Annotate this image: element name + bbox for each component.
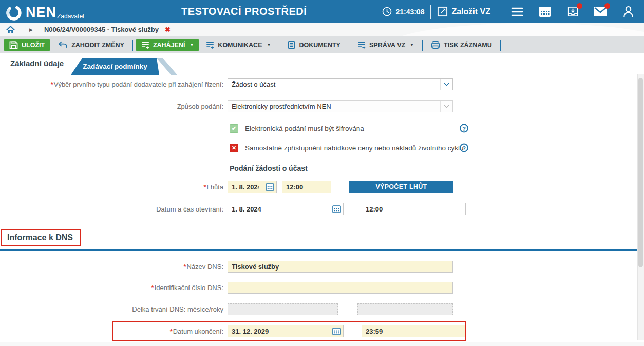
dns-duration-years-input <box>357 303 453 315</box>
mail-notification-badge <box>604 3 610 9</box>
clock-icon <box>382 7 392 16</box>
dns-section-header-highlight: Informace k DNS <box>1 229 81 246</box>
save-button[interactable]: ULOŽIT <box>4 39 50 51</box>
inbox-notification-badge <box>577 3 582 9</box>
required-asterisk: * <box>170 328 173 335</box>
basic-settings-form: *Výběr prvního typu podání dodavatele př… <box>0 75 644 224</box>
opening-datetime-label: Datum a čas otevírání: <box>0 205 225 213</box>
start-label: ZAHÁJENÍ <box>153 42 185 49</box>
tab-zakladni-udaje[interactable]: Základní údaje <box>10 59 64 68</box>
deadline-date-input[interactable] <box>228 183 263 191</box>
create-vz-label: Založit VZ <box>451 7 490 16</box>
end-time-box <box>362 325 466 337</box>
clock-widget: 21:43:08 <box>382 7 424 16</box>
separate-access-checkbox[interactable]: ✕ <box>230 144 238 152</box>
logo-text: NEN <box>26 4 56 21</box>
create-vz-button[interactable]: Založit VZ <box>437 6 490 17</box>
opening-time-input[interactable] <box>362 205 465 213</box>
tab-zadavaci-podminky[interactable]: Zadávací podmínky <box>71 58 159 75</box>
calendar-picker-icon[interactable] <box>330 205 343 213</box>
vertical-scrollbar[interactable] <box>637 74 644 340</box>
compute-deadlines-button[interactable]: VÝPOČET LHŮT <box>349 181 453 193</box>
section-divider <box>0 224 644 224</box>
print-record-label: TISK ZÁZNAMU <box>444 42 492 49</box>
home-icon[interactable] <box>6 26 15 34</box>
save-label: ULOŽIT <box>22 42 45 49</box>
manage-vz-label: SPRÁVA VZ <box>369 42 405 49</box>
deadline-label: *Lhůta <box>0 183 225 191</box>
submission-method-label: Způsob podání: <box>0 103 225 110</box>
undo-icon <box>58 41 68 49</box>
calendar-picker-icon[interactable] <box>330 328 343 335</box>
required-asterisk: * <box>151 284 154 292</box>
tab-bar: Základní údaje Zadávací podmínky <box>0 53 644 75</box>
mail-button[interactable] <box>594 5 607 18</box>
communication-menu-button[interactable]: KOMUNIKACE ▼ <box>201 39 276 51</box>
calendar-picker-icon[interactable] <box>263 183 276 191</box>
breadcrumb-item[interactable]: N006/24/V00009345 - Tiskové služby <box>44 26 159 33</box>
deadline-time-input[interactable] <box>282 183 331 191</box>
toolbar-separator <box>132 40 133 51</box>
tab-shadow <box>157 58 177 75</box>
dns-form: *Název DNS: *Identifikační číslo DNS: Dé… <box>0 251 644 337</box>
dns-name-label: *Název DNS: <box>0 263 225 271</box>
header-separator <box>497 5 497 19</box>
deadline-row: *Lhůta VÝPOČET LHŮT <box>0 181 644 193</box>
start-menu-button[interactable]: ZAHÁJENÍ ▼ <box>136 39 199 51</box>
dns-duration-months-input <box>228 303 338 315</box>
hamburger-icon <box>511 7 523 16</box>
toolbar: ULOŽIT ZAHODIT ZMĚNY ZAHÁJENÍ ▼ KOMUNIKA… <box>0 36 644 53</box>
opening-date-input[interactable] <box>228 205 330 213</box>
documents-button[interactable]: DOKUMENTY <box>282 39 346 51</box>
scrollbar-thumb[interactable] <box>638 78 643 267</box>
required-asterisk: * <box>203 183 206 191</box>
nen-logo-icon <box>5 4 23 22</box>
chevron-down-icon[interactable] <box>440 79 452 90</box>
required-asterisk: * <box>183 263 186 271</box>
workflow-icon <box>141 41 149 49</box>
print-record-button[interactable]: TISK ZÁZNAMU <box>426 39 497 51</box>
encrypted-checkbox-label: Elektronická podání musí být šifrována <box>245 125 364 132</box>
document-icon <box>288 41 295 49</box>
user-button[interactable] <box>621 5 635 18</box>
breadcrumb-close-icon[interactable]: ✖ <box>165 26 171 33</box>
app-header: NEN Zadavatel TESTOVACÍ PROSTŘEDÍ 21:43:… <box>0 0 644 23</box>
participation-request-subheading: Podání žádosti o účast <box>230 164 308 172</box>
discard-changes-label: ZAHODIT ZMĚNY <box>71 42 124 49</box>
bottom-strip <box>0 342 644 346</box>
subheading-row: Podání žádosti o účast <box>0 164 644 173</box>
dns-id-row: *Identifikační číslo DNS: <box>0 282 644 294</box>
manage-vz-menu-button[interactable]: SPRÁVA VZ ▼ <box>352 39 419 51</box>
header-actions: 21:43:08 Založit VZ <box>382 0 637 23</box>
encrypted-checkbox[interactable]: ✔ <box>230 124 238 133</box>
separate-access-checkbox-row: ✕ Samostatné zpřístupnění nabídkové ceny… <box>0 143 644 153</box>
menu-button[interactable] <box>510 5 524 18</box>
new-edit-icon <box>437 6 448 17</box>
help-icon[interactable]: ? <box>460 124 468 133</box>
end-date-box <box>228 325 344 337</box>
end-date-input[interactable] <box>228 328 330 335</box>
dns-duration-row: Délka trvání DNS: měsíce/roky <box>0 303 644 315</box>
logo-subtitle: Zadavatel <box>57 13 84 20</box>
save-icon <box>9 41 18 49</box>
nen-logo[interactable]: NEN Zadavatel <box>5 2 84 22</box>
toolbar-separator <box>279 40 279 51</box>
dns-duration-label: Délka trvání DNS: měsíce/roky <box>0 305 225 313</box>
environment-title: TESTOVACÍ PROSTŘEDÍ <box>181 0 307 23</box>
dns-id-input[interactable] <box>228 282 453 294</box>
help-icon[interactable]: ? <box>460 144 468 152</box>
first-submission-row: *Výběr prvního typu podání dodavatele př… <box>0 78 644 90</box>
dns-name-input[interactable] <box>228 261 453 273</box>
calendar-grid-icon <box>539 6 551 17</box>
header-separator <box>430 5 431 19</box>
breadcrumb: ▶ N006/24/V00009345 - Tiskové služby ✖ <box>0 23 644 36</box>
first-submission-select[interactable]: Žádost o účast <box>228 78 453 90</box>
inbox-button[interactable] <box>566 5 579 18</box>
mail-icon <box>594 7 607 16</box>
required-asterisk: * <box>51 81 53 88</box>
toolbar-separator <box>349 40 349 51</box>
calendar-button[interactable] <box>538 5 552 18</box>
discard-changes-button[interactable]: ZAHODIT ZMĚNY <box>53 39 129 51</box>
toolbar-separator <box>422 40 423 51</box>
end-time-input[interactable] <box>362 328 465 335</box>
